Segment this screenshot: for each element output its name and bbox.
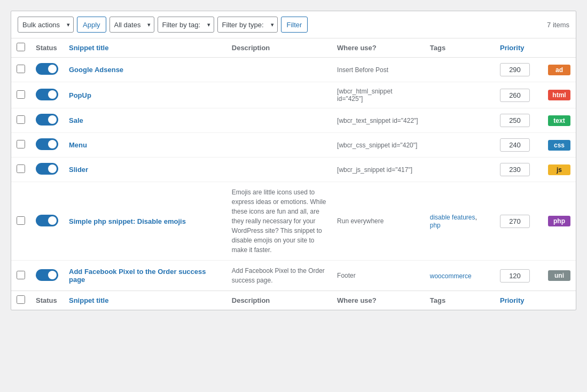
table-row: Sale[wbcr_text_snippet id="422"]text <box>11 108 576 133</box>
row-type-cell: css <box>543 133 576 158</box>
bulk-actions-select[interactable]: Bulk actions <box>18 17 74 33</box>
row-type-cell: text <box>543 108 576 133</box>
type-badge: text <box>548 115 570 126</box>
row-where-cell: [wbcr_js_snippet id="417"] <box>332 158 425 182</box>
header-status: Status <box>30 38 64 58</box>
row-tags-cell <box>425 133 495 158</box>
bulk-actions-wrap: Bulk actions <box>18 17 74 33</box>
table-header-row: Status Snippet title Description Where u… <box>11 38 576 58</box>
type-badge: html <box>548 90 570 100</box>
row-description-cell: Add Facebook Pixel to the Order success … <box>226 261 332 291</box>
header-type <box>543 38 576 58</box>
row-checkbox[interactable] <box>17 216 25 225</box>
toggle-switch[interactable] <box>36 89 58 100</box>
row-toggle-cell <box>30 261 64 291</box>
header-priority: Priority <box>495 38 543 58</box>
footer-select-all-checkbox[interactable] <box>17 295 25 304</box>
row-toggle-cell <box>30 158 64 182</box>
priority-input[interactable] <box>500 63 530 76</box>
filter-button[interactable]: Filter <box>281 17 308 33</box>
footer-description: Description <box>226 291 332 310</box>
row-tags-cell: disable features, php <box>425 182 495 261</box>
snippet-title-link[interactable]: Google Adsense <box>69 66 123 74</box>
toolbar: Bulk actions Apply All dates Filter by t… <box>11 11 576 38</box>
priority-input[interactable] <box>500 163 530 176</box>
header-tags: Tags <box>425 38 495 58</box>
toggle-switch[interactable] <box>36 63 58 75</box>
row-type-cell: ad <box>543 58 576 82</box>
filter-by-tag-select[interactable]: Filter by tag: <box>158 17 214 33</box>
footer-priority: Priority <box>495 291 543 310</box>
main-container: Bulk actions Apply All dates Filter by t… <box>11 11 576 310</box>
type-badge: css <box>548 140 570 151</box>
row-type-cell: js <box>543 158 576 182</box>
row-priority-cell <box>495 82 543 108</box>
toggle-switch[interactable] <box>36 163 58 175</box>
row-priority-cell <box>495 261 543 291</box>
toggle-switch[interactable] <box>36 114 58 126</box>
row-description-cell <box>226 108 332 133</box>
select-all-checkbox[interactable] <box>17 43 25 51</box>
footer-type <box>543 291 576 310</box>
row-checkbox[interactable] <box>17 140 25 148</box>
all-dates-select[interactable]: All dates <box>109 17 154 33</box>
table-row: Add Facebook Pixel to the Order success … <box>11 261 576 291</box>
footer-tags: Tags <box>425 291 495 310</box>
row-priority-cell <box>495 182 543 261</box>
row-tags-cell <box>425 108 495 133</box>
row-checkbox-cell <box>11 82 30 108</box>
row-title-cell: PopUp <box>64 82 226 108</box>
filter-by-type-select[interactable]: Filter by type: <box>217 17 278 33</box>
row-checkbox[interactable] <box>17 115 25 124</box>
filter-by-type-wrap: Filter by type: <box>217 17 278 33</box>
toggle-switch[interactable] <box>36 138 58 150</box>
row-checkbox[interactable] <box>17 65 25 73</box>
row-description-cell <box>226 82 332 108</box>
row-title-cell: Simple php snippet: Disable emojis <box>64 182 226 261</box>
item-count: 7 items <box>547 21 569 29</box>
snippet-title-link[interactable]: Menu <box>69 141 87 149</box>
table-row: PopUp[wbcr_html_snippet id="425"]html <box>11 82 576 108</box>
filter-by-tag-wrap: Filter by tag: <box>158 17 214 33</box>
row-toggle-cell <box>30 82 64 108</box>
tag-link[interactable]: woocommerce <box>430 272 472 280</box>
header-where-use: Where use? <box>332 38 425 58</box>
footer-where-use: Where use? <box>332 291 425 310</box>
tag-link[interactable]: php <box>430 222 441 229</box>
priority-input[interactable] <box>500 269 530 283</box>
priority-input[interactable] <box>500 215 530 228</box>
snippets-table: Status Snippet title Description Where u… <box>11 38 576 310</box>
toggle-switch[interactable] <box>36 269 58 281</box>
snippet-title-link[interactable]: Add Facebook Pixel to the Order success … <box>69 268 206 284</box>
priority-input[interactable] <box>500 138 530 152</box>
row-title-cell: Slider <box>64 158 226 182</box>
snippet-title-link[interactable]: Sale <box>69 116 83 124</box>
table-row: Menu[wbcr_css_snippet id="420"]css <box>11 133 576 158</box>
row-toggle-cell <box>30 182 64 261</box>
snippet-title-link[interactable]: Slider <box>69 166 88 174</box>
priority-input[interactable] <box>500 89 530 102</box>
footer-snippet-title: Snippet title <box>64 291 226 310</box>
row-checkbox[interactable] <box>17 90 25 99</box>
row-priority-cell <box>495 133 543 158</box>
apply-button[interactable]: Apply <box>77 17 106 33</box>
row-priority-cell <box>495 58 543 82</box>
snippet-title-link[interactable]: Simple php snippet: Disable emojis <box>69 217 186 225</box>
snippet-title-link[interactable]: PopUp <box>69 91 91 99</box>
row-checkbox[interactable] <box>17 271 25 279</box>
tag-link[interactable]: disable features <box>430 214 475 221</box>
type-badge: js <box>548 164 570 175</box>
toggle-switch[interactable] <box>36 215 58 226</box>
priority-input[interactable] <box>500 114 530 127</box>
table-row: Slider[wbcr_js_snippet id="417"]js <box>11 158 576 182</box>
header-checkbox-cell <box>11 38 30 58</box>
row-checkbox-cell <box>11 58 30 82</box>
row-tags-cell <box>425 58 495 82</box>
table-row: Simple php snippet: Disable emojisEmojis… <box>11 182 576 261</box>
row-type-cell: uni <box>543 261 576 291</box>
row-type-cell: html <box>543 82 576 108</box>
type-badge: uni <box>548 270 570 281</box>
row-description-cell <box>226 58 332 82</box>
all-dates-wrap: All dates <box>109 17 154 33</box>
row-checkbox[interactable] <box>17 164 25 173</box>
